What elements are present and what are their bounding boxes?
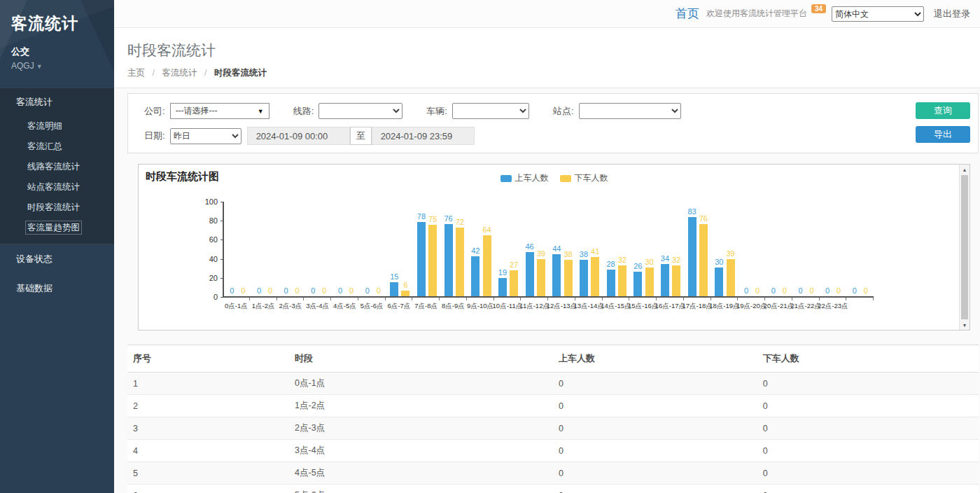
x-tick-mark [792, 298, 820, 300]
chart-panel: 时段车流统计图 上车人数 下车人数 020406080100 000000000… [138, 164, 970, 331]
bar-value-label: 75 [428, 216, 437, 223]
x-tick-mark [331, 298, 358, 300]
bar-column: 0 [266, 202, 274, 296]
chart-scrollbar[interactable]: ▲ ▼ [959, 165, 969, 330]
chart-title: 时段车流统计图 [146, 170, 219, 183]
sidebar-item-客流统计[interactable]: 客流统计 [0, 88, 114, 116]
line-select[interactable] [318, 103, 402, 119]
bar-column: 32 [618, 202, 626, 296]
bar-group: 4639 [522, 202, 549, 296]
sidebar-subitem-时段客流统计[interactable]: 时段客流统计 [0, 197, 114, 218]
org-code-dropdown[interactable]: AQGJ▼ [11, 61, 103, 71]
bar-column: 28 [606, 202, 615, 296]
x-tick-mark [603, 298, 630, 300]
date-preset-select[interactable]: 昨日 [170, 128, 241, 144]
bar [715, 268, 723, 296]
sidebar-subitem-线路客流统计[interactable]: 线路客流统计 [0, 157, 114, 177]
bar-value-label: 28 [606, 261, 615, 268]
sidebar-item-基础数据[interactable]: 基础数据 [0, 274, 114, 303]
bar-group: 4438 [549, 202, 576, 296]
bar [645, 268, 654, 296]
x-tick-label: 10点-11点 [494, 302, 522, 310]
bar-column: 78 [417, 202, 426, 296]
bar-column: 15 [390, 202, 398, 296]
line-label: 线路: [293, 105, 314, 118]
legend-item-alighting[interactable]: 下车人数 [560, 172, 608, 184]
x-tick-label: 11点-12点 [521, 302, 548, 310]
scrollbar-thumb[interactable] [961, 175, 968, 319]
boarding-swatch-icon [500, 175, 512, 182]
date-start-input[interactable] [247, 127, 350, 145]
bar-column: 0 [374, 202, 383, 296]
breadcrumb: 主页 / 客流统计 / 时段客流统计 [127, 67, 980, 79]
main-content: 时段客流统计 主页 / 客流统计 / 时段客流统计 公司: ---请选择--- … [114, 28, 980, 493]
vehicle-select[interactable] [452, 103, 529, 119]
y-tick-label: 40 [209, 256, 218, 263]
bar-value-label: 27 [510, 261, 518, 269]
sidebar-section: 客流统计客流明细客流汇总线路客流统计站点客流统计时段客流统计客流量趋势图 [0, 88, 114, 244]
bar-column: 83 [688, 202, 696, 296]
query-button[interactable]: 查询 [916, 102, 970, 119]
table-header-row: 序号时段上车人数下车人数 [127, 345, 979, 373]
table-cell: 4点-5点 [289, 462, 553, 485]
sidebar-subitem-客流明细[interactable]: 客流明细 [0, 116, 114, 137]
bar-group: 3841 [576, 202, 603, 296]
bar [672, 265, 680, 296]
y-tick-label: 60 [209, 236, 218, 244]
bar-value-label: 0 [338, 287, 342, 295]
welcome-text: 欢迎使用客流统计管理平台 [706, 8, 807, 20]
legend-item-boarding[interactable]: 上车人数 [500, 172, 549, 184]
bar-column: 46 [525, 202, 533, 296]
company-select[interactable]: ---请选择--- ▼ [170, 103, 270, 119]
bar-group: 2630 [630, 202, 657, 296]
sidebar: 客流统计 公交 AQGJ▼ 客流统计客流明细客流汇总线路客流统计站点客流统计时段… [0, 0, 114, 493]
chart-plot: 020406080100 000000000000156787576724264… [223, 202, 874, 298]
export-button[interactable]: 导出 [916, 126, 970, 143]
bar [580, 260, 588, 296]
date-end-input[interactable] [372, 127, 475, 145]
bar-group: 00 [846, 202, 874, 296]
station-label: 站点: [553, 105, 574, 118]
bar-value-label: 15 [390, 273, 398, 281]
home-link[interactable]: 首页 [676, 6, 699, 22]
table-cell: 0 [757, 417, 979, 440]
breadcrumb-home[interactable]: 主页 [127, 68, 145, 78]
filter-panel: 公司: ---请选择--- ▼ 线路: 车辆: 站点: 日期: 昨日 至 查询 … [127, 93, 979, 153]
bar-value-label: 0 [241, 287, 245, 295]
table-cell: 0 [757, 440, 979, 462]
notification-badge[interactable]: 34 [811, 4, 826, 13]
breadcrumb-separator: / [204, 68, 206, 78]
bar-column: 76 [444, 202, 452, 296]
sidebar-subitem-站点客流统计[interactable]: 站点客流统计 [0, 177, 114, 197]
station-select[interactable] [579, 103, 681, 119]
date-range-separator: 至 [350, 127, 372, 145]
y-tick-mark [220, 278, 224, 279]
breadcrumb-section[interactable]: 客流统计 [162, 68, 197, 78]
sidebar-subitem-客流汇总[interactable]: 客流汇总 [0, 137, 114, 157]
bar-group: 00 [332, 202, 360, 296]
bar-column: 44 [552, 202, 561, 296]
bar [699, 224, 708, 296]
bar [526, 252, 534, 296]
x-tick-mark [304, 298, 331, 300]
bar-column: 26 [634, 202, 642, 296]
bar-value-label: 0 [836, 287, 841, 295]
sidebar-subitem-客流量趋势图[interactable]: 客流量趋势图 [0, 218, 114, 238]
table-row: 10点-1点00 [127, 373, 979, 395]
x-tick-mark [738, 298, 765, 300]
chart-legend: 上车人数 下车人数 [500, 172, 608, 184]
logout-link[interactable]: 退出登录 [934, 8, 970, 20]
bar-column: 0 [742, 202, 750, 296]
x-tick-label: 5点-6点 [358, 302, 386, 310]
bar-column: 0 [336, 202, 344, 296]
scroll-up-icon[interactable]: ▲ [960, 165, 969, 174]
bar-value-label: 0 [853, 287, 857, 295]
bar-group: 7672 [440, 202, 468, 296]
bar-column: 39 [537, 202, 545, 296]
bar-group: 156 [386, 202, 414, 296]
table-row: 54点-5点00 [127, 462, 979, 485]
sidebar-item-设备状态[interactable]: 设备状态 [0, 244, 114, 274]
bar-group: 00 [359, 202, 386, 296]
language-select[interactable]: 简体中文 [832, 6, 924, 22]
scroll-down-icon[interactable]: ▼ [960, 320, 969, 330]
